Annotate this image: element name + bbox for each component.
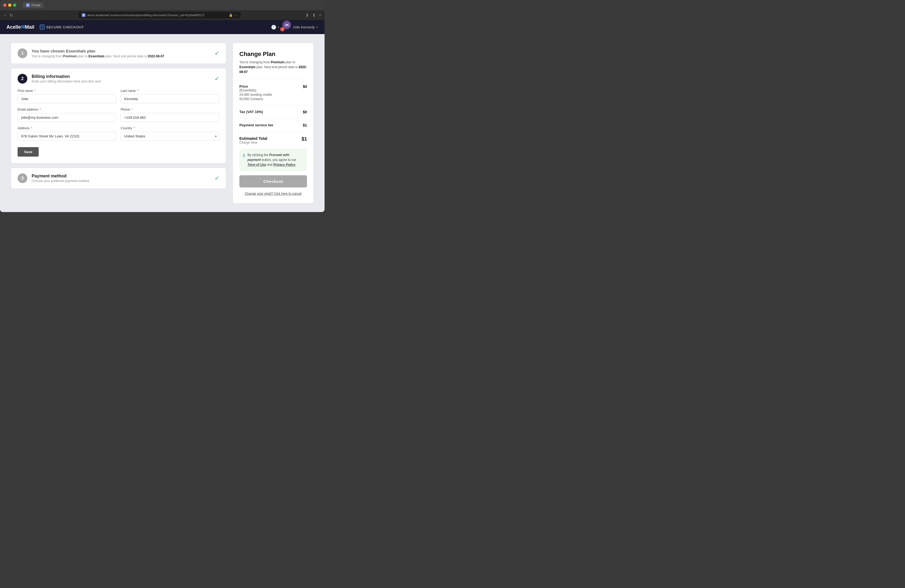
step-2-number: 2 [17,74,27,84]
history-button[interactable]: 🕐 ▾ [271,25,279,30]
step-1-card: 1 You have chosen Essentials plan You're… [11,43,226,64]
last-name-input[interactable] [121,94,219,103]
browser-window: M Private ‹ ↻ M demo.acellemail.com/acco… [0,0,325,212]
step-1-to-plan: Essentials [89,54,105,58]
notification-badge: 0 [280,27,284,31]
tab-favicon: M [26,3,30,7]
total-sublabel: Charge Now [239,141,267,145]
price-contacts: 50,000 Contacts [239,97,272,101]
step-2-title: Billing information [32,74,101,79]
phone-input[interactable] [121,113,219,122]
address-row: Address * Country * United States [17,126,219,141]
fee-row: Payment service fee $1 [239,123,307,127]
required-star-4: * [131,108,133,111]
first-name-input[interactable] [17,94,116,103]
refresh-button[interactable]: ↻ [8,12,14,18]
order-desc-middle: plan to [284,60,295,64]
step-1-from-plan: Premium [63,54,77,58]
email-input[interactable] [17,113,116,122]
download-icon[interactable]: ⬇ [305,13,309,18]
divider-3 [239,118,307,119]
app-header-left: Acelle✉Mail 🛡 SECURE CHECKOUT [6,24,84,30]
close-button[interactable] [3,3,6,7]
app-logo[interactable]: Acelle✉Mail [6,24,34,30]
address-label: Address * [17,126,116,130]
required-star-3: * [39,108,41,111]
name-row: First name * Last name * [17,89,219,103]
page-content: 1 You have chosen Essentials plan You're… [0,34,325,212]
user-name: Jolie Kennedy [293,25,315,29]
country-label: Country * [121,126,219,130]
cancel-link[interactable]: Change your mind? Cick here to cancel [239,192,307,195]
step-1-info: You have chosen Essentials plan You're c… [32,49,164,58]
step-1-end-date: 2022-08-07 [148,54,164,58]
total-label-group: Estimated Total Charge Now [239,136,267,145]
address-group: Address * [17,126,116,141]
address-bar-row: ‹ ↻ M demo.acellemail.com/account/subscr… [0,10,325,20]
order-title: Change Plan [239,51,307,57]
lock-icon: 🔒 [229,13,233,17]
user-dropdown-icon[interactable]: ▾ [316,25,318,29]
terms-and: and [266,163,273,167]
shield-icon: 🛡 [40,25,44,30]
country-group: Country * United States United Kingdom C… [121,126,219,141]
last-name-group: Last name * [121,89,219,103]
first-name-group: First name * [17,89,116,103]
info-icon: ℹ [243,153,245,158]
address-input[interactable] [17,132,116,141]
order-to-plan: Essentials [239,65,255,69]
phone-group: Phone * [121,108,219,122]
tax-row: Tax (VAT 10%) $0 [239,110,307,114]
total-row: Estimated Total Charge Now $1 [239,136,307,145]
price-label: Price [239,84,272,89]
toolbar-right: ⬇ ⬆ + [305,13,321,18]
share-icon[interactable]: ⬆ [312,13,316,18]
secure-checkout-label: SECURE CHECKOUT [46,25,84,29]
minimize-button[interactable] [8,3,11,7]
order-from-plan: Premium [271,60,284,64]
secure-checkout-badge: 🛡 SECURE CHECKOUT [40,25,84,30]
email-group: Email address * [17,108,116,122]
price-credits: 24,000 sending credits [239,93,272,97]
required-star-2: * [136,89,138,93]
address-bar[interactable]: M demo.acellemail.com/account/subscripti… [78,12,241,18]
order-desc-suffix: plan. Next end period date is [255,65,298,69]
step-2-check-icon: ✓ [214,75,219,82]
browser-titlebar: M Private [0,0,325,10]
checkout-button[interactable]: Checkout [239,175,307,188]
main-area: 1 You have chosen Essentials plan You're… [11,43,226,203]
terms-text-2: button, you agree to our [261,158,296,162]
step-1-desc-prefix: You're changing from [32,54,63,58]
country-select-wrapper: United States United Kingdom Canada Aust… [121,132,219,141]
save-button[interactable]: Save [17,147,39,157]
order-desc: You're changing from Premium plan to Ess… [239,60,307,75]
email-label: Email address * [17,108,116,111]
step-2-card: 2 Billing information Enter your billing… [11,68,226,164]
terms-box: ℹ By clicking the Proceed with payment b… [239,149,307,171]
step-1-subtitle: You're changing from Premium plan to Ess… [32,54,164,58]
step-2-info: Billing information Enter your billing i… [32,74,101,83]
maximize-button[interactable] [13,3,16,7]
fee-label: Payment service fee [239,123,273,127]
step-2-subtitle: Enter your billing information here and … [32,79,101,83]
tax-label: Tax (VAT 10%) [239,110,263,114]
step-2-header-left: 2 Billing information Enter your billing… [17,74,101,84]
back-button[interactable]: ‹ [3,12,7,18]
step-1-header: 1 You have chosen Essentials plan You're… [11,43,226,64]
browser-tab[interactable]: M Private [23,2,44,8]
divider-4 [239,132,307,132]
billing-form: First name * Last name * [11,89,226,163]
step-3-number: 3 [17,173,27,183]
price-label-group: Price (Essentials) 24,000 sending credit… [239,84,272,101]
terms-link2[interactable]: Privacy Policy [273,163,295,167]
total-label: Estimated Total [239,136,267,141]
phone-label: Phone * [121,108,219,111]
step-1-number: 1 [17,48,27,58]
terms-text: By clicking the Proceed with payment but… [248,153,303,167]
step-3-card: 3 Payment method Choose your preferred p… [11,168,226,189]
step-1-header-left: 1 You have chosen Essentials plan You're… [17,48,164,58]
country-select[interactable]: United States United Kingdom Canada Aust… [121,132,219,141]
terms-link1[interactable]: Term of Use [248,163,266,167]
nav-buttons: ‹ ↻ [3,12,14,18]
new-tab-icon[interactable]: + [319,13,321,17]
